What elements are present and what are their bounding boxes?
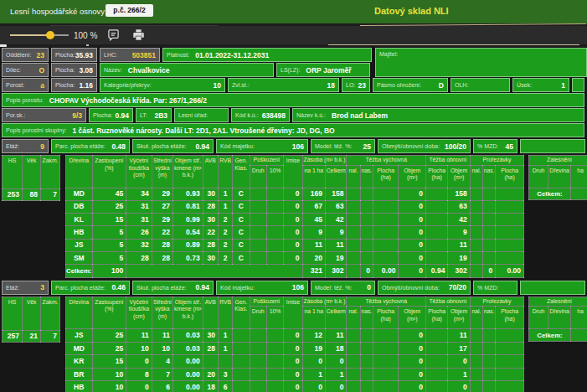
cell (425, 188, 447, 200)
cell: 0 (399, 239, 426, 251)
field-dilec: Dílec:O (2, 63, 49, 77)
cell (218, 355, 232, 368)
cell (483, 355, 496, 368)
cell: C (233, 214, 250, 226)
cell: 6 (218, 381, 232, 392)
field-empty (572, 78, 584, 92)
cell (373, 214, 398, 226)
cell: 0 (284, 239, 302, 251)
cell: 0 (302, 355, 325, 368)
field-obmyti1: Obmýtí/obnovní doba:100/20 (378, 139, 471, 153)
plot-number-badge[interactable]: p.č. 266/2 (106, 4, 153, 17)
cell (360, 368, 373, 380)
cell (203, 355, 218, 368)
cell: 20 (203, 368, 218, 380)
field-porost: Porost:a (2, 78, 49, 92)
cell: 10 (152, 342, 172, 354)
cell: 0.00 (173, 381, 203, 392)
field-popis-skupiny: Popis porostní skupiny:1 část. Ruznověké… (2, 123, 584, 137)
cell: 2 (218, 226, 232, 239)
cell (470, 214, 482, 226)
cell: 11 (448, 239, 470, 251)
cell: 5 (92, 226, 126, 239)
cell (360, 188, 373, 200)
cell (373, 239, 398, 251)
zoom-slider-knob[interactable] (46, 31, 54, 39)
cell (360, 252, 373, 265)
cell (266, 200, 283, 213)
field-oddeleni: Oddělení:23 (2, 48, 49, 62)
cell (373, 329, 398, 342)
cell: 0.54 (173, 226, 203, 239)
cell: 0.89 (173, 239, 203, 251)
field-plocha-dilec: Plocha:3.08 (51, 63, 97, 77)
cell: KL (66, 214, 93, 226)
cell: 45 (92, 188, 126, 200)
cell (266, 342, 283, 354)
field-model1: Model: těž. %:25 (311, 139, 375, 153)
sum-cell: 0 (483, 265, 496, 277)
field-popis-porostu: Popis porostu:CHOPAV Východočeská křída.… (2, 93, 584, 107)
sum-cell: 0.00 (373, 265, 398, 277)
cell: C (233, 188, 250, 200)
cell: 6 (152, 381, 172, 392)
cell (250, 188, 266, 200)
cell: 0 (284, 329, 302, 342)
cell: 28 (203, 200, 218, 213)
cell (470, 342, 482, 354)
cell (425, 381, 447, 392)
cell (373, 188, 398, 200)
cell (496, 226, 524, 239)
cell: 0 (399, 381, 426, 392)
cell: 1 (218, 329, 232, 342)
cell (360, 381, 373, 392)
cell (250, 368, 266, 380)
cell: 19 (448, 252, 470, 265)
cell: 27 (152, 200, 172, 213)
cell (347, 239, 360, 251)
row-etaz-1: Etáž:9 Parc. plocha etáže:0.48 Skut. plo… (2, 139, 587, 153)
cell: 25 (92, 200, 126, 213)
cell (347, 329, 360, 342)
cell: 29 (152, 214, 172, 226)
cell (483, 329, 496, 342)
print-icon[interactable] (132, 28, 145, 41)
cell: 15 (92, 214, 126, 226)
cell: 42 (448, 214, 470, 226)
cell (360, 355, 373, 368)
field-mzd2: % MZD: (473, 281, 517, 295)
cell: 7 (152, 368, 172, 380)
cell (496, 200, 524, 213)
cell (470, 252, 482, 265)
cell: 0 (399, 342, 426, 354)
cell: 28 (203, 239, 218, 251)
field-kod-ku: Kód k.ú.:638498 (231, 108, 290, 122)
cell: DB (66, 200, 93, 213)
cell: 9 (326, 226, 347, 239)
cell: 9 (302, 226, 325, 239)
field-model2: Model: těž. %:0 (311, 281, 375, 295)
cell: 30 (203, 188, 218, 200)
cell: 1 (302, 368, 325, 380)
sum-cell: Celkem: (66, 265, 93, 277)
cell (496, 188, 524, 200)
field-olh: OLH: (451, 78, 510, 92)
cell: 0 (399, 252, 426, 265)
cell: 31 (126, 214, 152, 226)
cell: 0.73 (173, 252, 203, 265)
field-kod-majetku1: Kód majetku:106 (216, 139, 308, 153)
cell: 28 (152, 239, 172, 251)
cell: 67 (302, 200, 325, 213)
cell: SM (66, 252, 93, 265)
cell: C (233, 252, 250, 265)
field-lesni-urad: Lesní úřad: (174, 108, 229, 122)
cell (425, 342, 447, 354)
notes-icon[interactable] (107, 28, 120, 41)
cell (266, 381, 283, 392)
cell (360, 214, 373, 226)
cell: 10 (92, 368, 126, 380)
cell (360, 226, 373, 239)
cell: 0.81 (173, 200, 203, 213)
cell: 0 (284, 214, 302, 226)
sum-cell: 0 (360, 265, 373, 277)
